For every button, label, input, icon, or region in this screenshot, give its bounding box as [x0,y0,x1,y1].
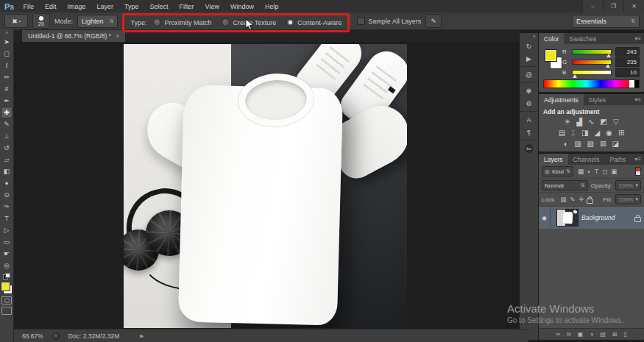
zoom-tool[interactable]: ◎ [1,260,13,271]
radio-option-create-texture[interactable]: Create Texture [222,18,276,26]
foreground-color-swatch[interactable] [545,49,557,62]
menu-filter[interactable]: Filter [180,3,194,10]
screen-mode-button[interactable] [1,307,12,315]
workspace-select[interactable]: Essentials ⇅ [572,15,640,28]
curves-icon[interactable]: ∿ [588,118,594,126]
paragraph-panel-icon[interactable]: ¶ [520,126,538,138]
toolbar-collapse-icon[interactable]: » [5,29,8,36]
canvas-area[interactable] [13,42,520,329]
quick-selection-tool[interactable]: ✏ [1,71,13,83]
lasso-tool[interactable]: ℓ [1,60,13,71]
color-lookup-icon[interactable]: ⊞ [618,129,624,137]
levels-icon[interactable]: ▟ [576,118,582,126]
photo-filter-icon[interactable]: ◢ [595,129,601,137]
move-tool[interactable]: ➤ [1,36,13,48]
dodge-tool[interactable]: ⊙ [1,189,13,201]
status-menu-icon[interactable]: ▶ [140,333,144,339]
radio-option-content-aware[interactable]: Content-Aware [286,18,342,26]
channel-slider-g[interactable] [572,60,612,65]
visibility-cell[interactable]: ◉ [539,207,551,229]
menu-image[interactable]: Image [68,3,86,10]
layer-mask-icon[interactable]: ▣ [578,331,584,338]
radio-icon[interactable] [286,18,294,26]
color-tab-swatches[interactable]: Swatches [564,33,601,44]
eraser-tool[interactable]: ▱ [1,154,13,165]
filter-type-layers-icon[interactable]: T [595,168,598,175]
type-tool[interactable]: T [1,213,13,224]
color-themes-panel-icon[interactable]: ku [520,140,538,154]
menu-view[interactable]: View [205,3,219,10]
color-spectrum-ramp[interactable] [543,79,640,88]
blend-mode-select[interactable]: Normal ⇅ [542,180,588,190]
shape-tool[interactable]: ▭ [1,236,13,248]
brightness-contrast-icon[interactable]: ☀ [564,118,570,126]
layer-row[interactable]: ◉Background [539,207,644,229]
menu-help[interactable]: Help [265,3,279,10]
slider-thumb-icon[interactable] [573,74,577,78]
color-panel-menu-icon[interactable]: ▾≡ [631,33,644,44]
lock-all-icon[interactable] [587,199,593,204]
adjustments-panel-menu-icon[interactable]: ▾≡ [631,94,644,105]
channel-value[interactable]: 243 [615,47,640,57]
mode-select[interactable]: Lighten ⇅ [77,15,118,28]
radio-option-proximity-match[interactable]: Proximity Match [153,18,211,26]
restore-icon[interactable]: ❐ [603,0,623,13]
brush-panel-toggle-button[interactable]: ✎ [425,14,442,28]
slider-thumb-icon[interactable] [606,64,610,68]
eye-icon[interactable]: ◉ [542,215,547,221]
filter-smart-objects-icon[interactable]: ▣ [611,168,617,175]
eyedropper-tool[interactable]: ✒ [1,95,13,107]
gradient-map-icon[interactable]: ⊠ [600,140,606,148]
new-group-icon[interactable]: ▤ [600,331,606,338]
channel-mixer-icon[interactable]: ◉ [606,129,612,137]
posterize-icon[interactable]: ▨ [574,140,581,148]
history-brush-tool[interactable]: ↺ [1,142,13,154]
brushes-panel-icon[interactable]: ✾ [520,82,538,97]
document-tab[interactable]: Untitled-1 @ 66.7% (RGB/8) * × [22,29,126,42]
layer-filter-select[interactable]: ◎ Kind ⇅ [542,166,573,177]
close-icon[interactable]: ✕ [623,0,644,13]
layer-style-icon[interactable]: fx [567,331,571,338]
quick-mask-button[interactable] [1,296,12,304]
blur-tool[interactable]: ♦ [1,177,13,189]
layers-tab-paths[interactable]: Paths [604,154,631,165]
path-selection-tool[interactable]: ▷ [1,224,13,236]
menu-type[interactable]: Type [124,3,139,10]
black-white-icon[interactable]: ◨ [581,129,588,137]
channel-value[interactable]: 10 [615,68,640,77]
hue-saturation-icon[interactable]: ▤ [559,129,565,137]
slider-thumb-icon[interactable] [606,54,611,57]
vibrance-icon[interactable]: ▽ [613,118,619,126]
hand-tool[interactable]: ☛ [1,248,13,260]
menu-edit[interactable]: Edit [45,3,57,10]
invert-icon[interactable]: ◐ [564,140,568,148]
threshold-icon[interactable]: ▧ [587,140,594,148]
zoom-level[interactable]: 66.67% [22,332,43,340]
delete-layer-icon[interactable]: ▯ [623,331,626,338]
rectangular-marquee-tool[interactable]: ◻ [1,48,13,60]
brush-tool[interactable]: ✎ [1,118,13,130]
link-layers-icon[interactable]: ∞ [556,331,560,338]
expand-panels-icon[interactable]: « [531,33,538,40]
crop-tool[interactable]: # [1,83,13,95]
radio-icon[interactable] [222,18,230,26]
foreground-color-swatch[interactable] [1,282,10,291]
new-adjustment-layer-icon[interactable]: ◑ [590,331,593,338]
opacity-select[interactable]: 100% ▾ [615,180,641,190]
sample-all-layers-option[interactable]: Sample All Layers [357,17,421,25]
device-preview-panel-icon[interactable]: @ [520,66,538,81]
new-layer-icon[interactable]: ⊞ [612,331,618,338]
clone-stamp-tool[interactable]: ⊥ [1,130,13,142]
menu-layer[interactable]: Layer [97,3,114,10]
layers-tab-layers[interactable]: Layers [539,154,568,165]
menu-window[interactable]: Window [230,3,254,10]
menu-select[interactable]: Select [150,3,169,10]
channel-slider-b[interactable] [572,70,612,75]
selective-color-icon[interactable]: ◪ [612,140,618,148]
filter-pixel-layers-icon[interactable]: ▦ [578,168,584,175]
channel-value[interactable]: 235 [615,57,640,67]
radio-icon[interactable] [153,18,161,26]
actions-panel-icon[interactable]: ▶ [520,52,538,65]
layer-thumbnail[interactable] [557,210,578,226]
fill-select[interactable]: 100% ▾ [615,194,641,204]
